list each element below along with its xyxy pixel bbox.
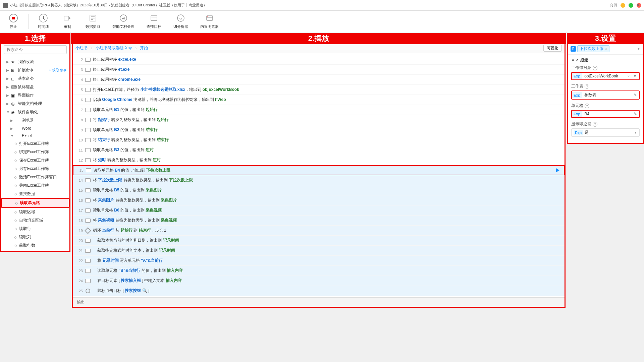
tree-item-mouse[interactable]: ▶ ⌨ 鼠标键盘 (1, 83, 69, 91)
tree-item-ui[interactable]: ▶ ▣ 界面操作 (1, 91, 69, 100)
tree-item-get-rowcount[interactable]: ◇ 获取行数 (1, 241, 69, 250)
tree-item-read-row[interactable]: ◇ 读取行 (1, 225, 69, 233)
tree-item-open-excel[interactable]: ◇ 打开Excel工作簿 (1, 139, 69, 148)
tree-item-save-excel[interactable]: ◇ 保存Excel工作簿 (1, 156, 69, 165)
row-icon (85, 288, 91, 294)
help-icon[interactable]: ? (585, 84, 589, 89)
stop-button[interactable]: 停止 (4, 12, 23, 31)
toolbar-separator-1 (28, 14, 29, 29)
cell-edit-icon[interactable]: ✎ (632, 111, 639, 117)
breadcrumb-file[interactable]: 小红书爬取选题.Xby (96, 45, 132, 51)
flow-row-13[interactable]: 13 读取单元格 B4 的值，输出到 下拉次数上限 (73, 165, 565, 175)
add-command-button[interactable]: + 获取命令 (49, 68, 67, 73)
tree-item-find-data[interactable]: ◇ 查找数据 (1, 190, 69, 198)
dropdown-arrow-icon: ▼ (637, 47, 640, 51)
tree-item-autofill[interactable]: ◇ 自动填充区域 (1, 216, 69, 225)
tree-item-read-col[interactable]: ◇ 读取列 (1, 233, 69, 241)
tree-label: 查找数据 (19, 191, 35, 197)
ai-icon: AI (119, 13, 128, 23)
center-panel-wrapper: 2.摆放 小红书 › 小红书爬取选题.Xby › 开始 可视化 2 终止应用程序… (71, 42, 566, 362)
arrow-icon: ▶ (10, 119, 15, 122)
tree-item-saveas-excel[interactable]: ◇ 另存Excel工作簿 (1, 165, 69, 173)
bullet-icon: ◇ (14, 150, 19, 154)
analyze-button[interactable]: UI UI分析器 (170, 12, 192, 31)
tree-item-close-excel[interactable]: ◇ 关闭Excel工作簿 (1, 181, 69, 190)
tree-item-read-range[interactable]: ◇ 读取区域 (1, 208, 69, 216)
browser-button[interactable]: 内置浏览器 (197, 12, 222, 31)
dropdown-expand-icon[interactable]: ▼ (631, 73, 639, 79)
tree-item-browser[interactable]: ▶ 浏览器 (1, 116, 69, 125)
workbook-close-icon[interactable]: × (626, 73, 631, 79)
left-panel-label: 1.选择 (0, 33, 70, 44)
tree-item-software[interactable]: ▼ ◉ 软件自动化 (1, 108, 69, 116)
row-content: 读取单元格 B3 的值，输出到 短时 (93, 147, 562, 153)
sheet-input-row[interactable]: Exp 参数表 ✎ (571, 90, 640, 100)
close-button[interactable]: ✕ (637, 3, 641, 8)
tree-item-bind-excel[interactable]: ◇ 绑定Excel工作簿 (1, 148, 69, 156)
tree-item-expand[interactable]: ▶ ⊞ 扩展命令 + 获取命令 (1, 66, 69, 74)
flow-row-4: 4 终止应用程序 chrome.exe (73, 75, 565, 85)
flow-row-15: 15 读取单元格 B5 的值，输出到 采集图片 (73, 185, 565, 195)
tree-label: 保存Excel工作簿 (19, 158, 49, 163)
sheet-value: 参数表 (582, 91, 632, 99)
tree-item-favorites[interactable]: ▶ ★ 我的收藏 (1, 58, 69, 66)
timeline-button[interactable]: 时间线 (34, 12, 53, 31)
row-content: 终止应用程序 chrome.exe (93, 77, 562, 82)
extract-icon (88, 13, 98, 23)
row-icon (85, 197, 91, 203)
timeline-label: 时间线 (38, 24, 49, 29)
tree-item-excel[interactable]: ▼ Excel (1, 132, 69, 139)
row-icon (85, 177, 91, 183)
breadcrumb-start[interactable]: 开始 (140, 45, 148, 51)
row-icon (85, 238, 91, 244)
row-icon (85, 278, 91, 284)
left-panel-wrapper: 1.选择 ▶ ★ 我的收藏 ▶ ⊞ 扩展命令 + 获取命令 ▶ (0, 42, 70, 362)
find-label: 查找目标 (147, 24, 161, 29)
breadcrumb-xiaohongshu[interactable]: 小红书 (75, 45, 88, 51)
command-tag-close[interactable]: × (605, 47, 607, 51)
center-panel: 小红书 › 小红书爬取选题.Xby › 开始 可视化 2 终止应用程序 exce… (72, 42, 566, 308)
ai-label: 智能文档处理 (112, 24, 135, 29)
help-icon[interactable]: ? (585, 104, 589, 108)
row-content: 读取单元格 B2 的值，输出到 结束行 (93, 127, 562, 133)
left-panel: ▶ ★ 我的收藏 ▶ ⊞ 扩展命令 + 获取命令 ▶ ◻ 基本命令 ▶ (0, 42, 70, 252)
flow-row-23: 23 读取单元格 "B"&当前行 的值，输出到 输入内容 (73, 266, 565, 276)
svg-rect-5 (64, 16, 69, 20)
tree-item-read-cell[interactable]: ◇ 读取单元格 (1, 198, 69, 208)
play-button[interactable] (554, 167, 561, 174)
row-number: 24 (75, 279, 85, 283)
find-button[interactable]: 查找目标 (143, 12, 165, 31)
sheet-edit-icon[interactable]: ✎ (632, 92, 639, 99)
tree-item-ai[interactable]: ▶ ◎ 智能文档处理 (1, 100, 69, 108)
tree-item-word[interactable]: ▶ Word (1, 125, 69, 132)
workbook-input-row[interactable]: Exp objExcelWorkBook × ▼ (571, 72, 640, 80)
bullet-icon: ◇ (14, 175, 19, 179)
row-content: 将 记录时间 写入单元格 "A"&当前行 (93, 258, 562, 263)
tree-item-basic[interactable]: ▶ ◻ 基本命令 (1, 74, 69, 83)
row-icon (85, 187, 91, 193)
arrow-icon: ▶ (6, 60, 11, 64)
cell-input-row[interactable]: Exp B4 ✎ (571, 110, 640, 118)
help-icon[interactable]: ? (593, 122, 597, 127)
extract-button[interactable]: 数据抓取 (82, 12, 104, 31)
bullet-icon: ◇ (14, 227, 19, 231)
row-number: 9 (75, 128, 85, 132)
row-icon (85, 147, 91, 153)
tree-label: 绑定Excel工作簿 (19, 149, 49, 155)
maximize-button[interactable]: □ (629, 3, 633, 8)
flow-row-10: 10 将 结束行 转换为整数类型，输出到 结束行 (73, 135, 565, 145)
svg-text:UI: UI (179, 17, 182, 20)
arrow-icon: ▶ (6, 94, 11, 97)
field-cell: 单元格 ? Exp B4 ✎ (571, 103, 640, 118)
ai-proc-button[interactable]: AI 智能文档处理 (109, 12, 138, 31)
help-icon[interactable]: ? (593, 66, 597, 70)
row-content: 获取本机当前的时间和日期，输出到 记录时间 (93, 238, 562, 243)
minimize-button[interactable]: ─ (621, 3, 625, 8)
tree-item-activate-excel[interactable]: ◇ 激活Excel工作簿窗口 (1, 173, 69, 181)
right-scroll: ∧ 必选 工作簿对象 ? Exp objExcelWorkBook × ▼ (568, 55, 643, 143)
search-input[interactable] (4, 45, 67, 54)
visualize-button[interactable]: 可视化 (543, 45, 562, 52)
row-icon (85, 228, 91, 234)
return-select-row[interactable]: Exp 是 ▼ (571, 128, 640, 137)
record-button[interactable]: 录制 (58, 12, 77, 31)
